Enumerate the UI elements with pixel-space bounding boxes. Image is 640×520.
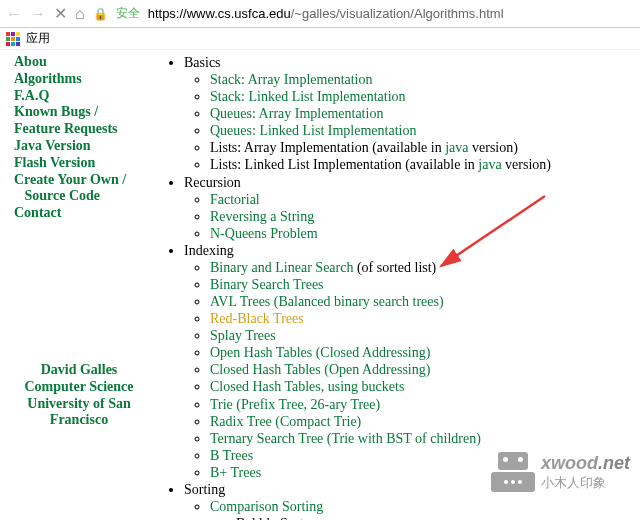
- link-stack-linked[interactable]: Stack: Linked List Implementation: [210, 89, 406, 104]
- attr-line: University of San: [14, 396, 144, 413]
- url-path: /~galles/visualization/Algorithms.html: [291, 6, 504, 21]
- sidebar: Abou Algorithms F.A.Q Known Bugs / Featu…: [0, 50, 150, 520]
- cat-indexing: Indexing Binary and Linear Search (of so…: [184, 242, 640, 481]
- link-queue-linked[interactable]: Queues: Linked List Implementation: [210, 123, 416, 138]
- back-icon[interactable]: ←: [6, 5, 22, 23]
- link-reverse-string[interactable]: Reversing a String: [210, 209, 314, 224]
- attr-line: Francisco: [14, 412, 144, 429]
- attribution: David Galles Computer Science University…: [14, 362, 144, 429]
- lock-icon: 🔒: [93, 7, 108, 21]
- home-icon[interactable]: ⌂: [75, 5, 85, 23]
- sidebar-item-contact[interactable]: Contact: [14, 205, 144, 222]
- cat-sorting: Sorting Comparison Sorting Bubble Sort S…: [184, 481, 640, 520]
- cat-recursion: Recursion Factorial Reversing a String N…: [184, 174, 640, 242]
- link-btrees[interactable]: B Trees: [210, 448, 253, 463]
- link-splay[interactable]: Splay Trees: [210, 328, 276, 343]
- link-java[interactable]: java: [445, 140, 468, 155]
- sidebar-item-bugs[interactable]: Known Bugs / Feature Requests: [14, 104, 144, 138]
- page-content: Abou Algorithms F.A.Q Known Bugs / Featu…: [0, 50, 640, 520]
- link-binary-linear-search[interactable]: Binary and Linear Search: [210, 260, 353, 275]
- sidebar-item-about[interactable]: Abou: [14, 54, 144, 71]
- text-lists-linked: Lists: Linked List Implementation: [210, 157, 402, 172]
- link-open-hash[interactable]: Open Hash Tables (Closed Addressing): [210, 345, 430, 360]
- link-radix-tree[interactable]: Radix Tree (Compact Trie): [210, 414, 361, 429]
- bookmark-bar: 应用: [0, 28, 640, 50]
- link-java[interactable]: java: [478, 157, 501, 172]
- link-comparison-sorting[interactable]: Comparison Sorting: [210, 499, 323, 514]
- link-queue-array[interactable]: Queues: Array Implementation: [210, 106, 383, 121]
- sidebar-item-flash[interactable]: Flash Version: [14, 155, 144, 172]
- link-trie[interactable]: Trie (Prefix Tree, 26-ary Tree): [210, 397, 380, 412]
- attr-line: David Galles: [14, 362, 144, 379]
- sidebar-item-java[interactable]: Java Version: [14, 138, 144, 155]
- link-factorial[interactable]: Factorial: [210, 192, 260, 207]
- forward-icon[interactable]: →: [30, 5, 46, 23]
- sidebar-item-algorithms[interactable]: Algorithms: [14, 71, 144, 88]
- address-bar[interactable]: https://www.cs.usfca.edu/~galles/visuali…: [148, 6, 634, 21]
- secure-label: 安全: [116, 5, 140, 22]
- apps-icon[interactable]: [6, 32, 20, 46]
- url-host: https://www.cs.usfca.edu: [148, 6, 291, 21]
- browser-toolbar: ← → ✕ ⌂ 🔒 安全 https://www.cs.usfca.edu/~g…: [0, 0, 640, 28]
- link-ternary-search-tree[interactable]: Ternary Search Tree (Trie with BST of ch…: [210, 431, 481, 446]
- link-bst[interactable]: Binary Search Trees: [210, 277, 324, 292]
- sidebar-item-create[interactable]: Create Your Own /: [14, 172, 144, 189]
- attr-line: Computer Science: [14, 379, 144, 396]
- link-bplus-trees[interactable]: B+ Trees: [210, 465, 261, 480]
- text-lists-array: Lists: Array Implementation: [210, 140, 369, 155]
- cat-basics: Basics Stack: Array Implementation Stack…: [184, 54, 640, 174]
- link-closed-hash[interactable]: Closed Hash Tables (Open Addressing): [210, 362, 430, 377]
- link-nqueens[interactable]: N-Queens Problem: [210, 226, 318, 241]
- text-bubble-sort: Bubble Sort: [236, 516, 303, 520]
- link-stack-array[interactable]: Stack: Array Implementation: [210, 72, 373, 87]
- link-closed-hash-buckets[interactable]: Closed Hash Tables, using buckets: [210, 379, 404, 394]
- link-red-black-trees[interactable]: Red-Black Trees: [210, 311, 304, 326]
- apps-label[interactable]: 应用: [26, 30, 50, 47]
- link-avl[interactable]: AVL Trees (Balanced binary search trees): [210, 294, 444, 309]
- sidebar-item-source[interactable]: Source Code: [14, 188, 144, 205]
- close-icon[interactable]: ✕: [54, 4, 67, 23]
- sidebar-item-faq[interactable]: F.A.Q: [14, 88, 144, 105]
- main-pane: Basics Stack: Array Implementation Stack…: [150, 50, 640, 520]
